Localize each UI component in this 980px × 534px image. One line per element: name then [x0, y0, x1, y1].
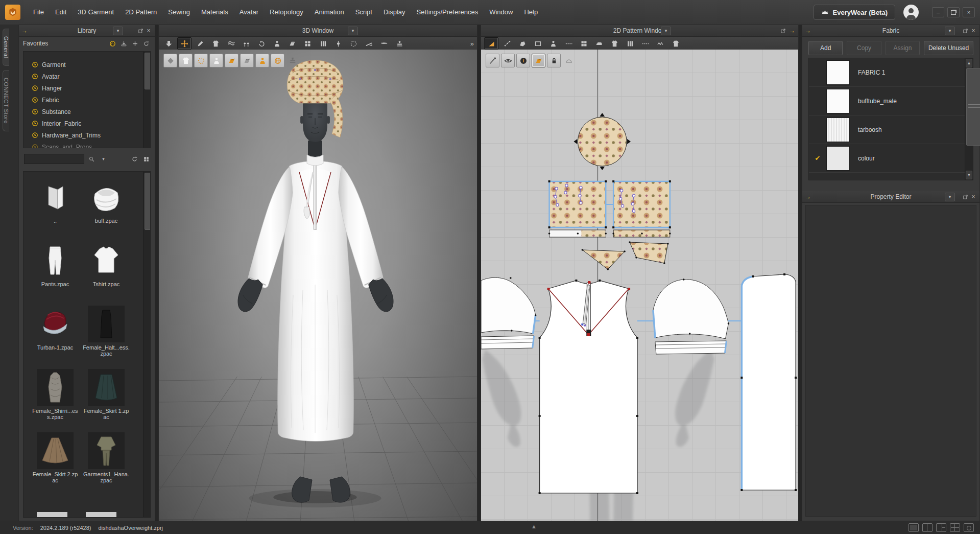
layout-side-pane-icon[interactable]: [936, 523, 946, 532]
create-polygon-tool[interactable]: [516, 38, 529, 49]
library-item-female-shirred-dress[interactable]: Female_Shirri...ess.zpac: [30, 369, 81, 432]
library-item-parent-folder[interactable]: ..: [30, 179, 81, 242]
library-item-female-halter-dress[interactable]: Female_Halt...ess.zpac: [81, 306, 132, 369]
pattern-piece-sleeve-right[interactable]: [653, 278, 729, 354]
raise-panel-icon[interactable]: ▲: [531, 523, 537, 529]
library-item-garments1-hana[interactable]: Garments1_Hana.zpac: [81, 432, 132, 496]
favorite-item-hanger[interactable]: Hanger: [23, 82, 150, 94]
steam-tool[interactable]: [224, 38, 237, 49]
2d-popout-icon[interactable]: [779, 27, 787, 35]
scroll-up-icon[interactable]: ▲: [966, 59, 972, 67]
show-fabric-toggle-2d[interactable]: [532, 54, 545, 67]
assign-fabric-button[interactable]: Assign: [886, 41, 920, 55]
focus-tool[interactable]: [347, 38, 360, 49]
add-fabric-button[interactable]: Add: [808, 41, 843, 55]
tab-connect-store[interactable]: CONNECT Store: [3, 70, 9, 131]
pattern-on-avatar-tool[interactable]: [546, 38, 560, 49]
favorite-item-fabric[interactable]: Fabric: [23, 94, 150, 106]
favorite-item-avatar[interactable]: Avatar: [23, 71, 150, 82]
quilt-grid-tool-2d[interactable]: [577, 38, 590, 49]
pattern-piece-quad[interactable]: [629, 241, 668, 264]
pattern-piece-strip-right[interactable]: [612, 230, 671, 237]
favorites-scrollbar[interactable]: [143, 52, 150, 148]
2d-window-dropdown[interactable]: ▾: [661, 27, 671, 35]
delete-unused-button[interactable]: Delete Unused: [924, 41, 973, 55]
download-icon[interactable]: [119, 39, 128, 48]
menu-2d-pattern[interactable]: 2D Pattern: [119, 0, 162, 25]
library-dropdown[interactable]: ▾: [113, 27, 123, 35]
library-item-turban[interactable]: Turban-1.zpac: [30, 306, 81, 369]
toolbar-overflow-icon[interactable]: »: [470, 40, 474, 48]
pleats-tool[interactable]: [316, 38, 329, 49]
stamp-tool[interactable]: [393, 38, 406, 49]
menu-edit[interactable]: Edit: [50, 0, 72, 25]
favorite-item-substance[interactable]: Substance: [23, 106, 150, 118]
quilt-grid-tool[interactable]: [301, 38, 314, 49]
fabric-dock-arrow-icon[interactable]: →: [804, 27, 812, 35]
show-avatar-toggle[interactable]: [209, 54, 223, 67]
transform-pattern-tool[interactable]: [484, 37, 498, 50]
menu-animation[interactable]: Animation: [309, 0, 350, 25]
garment-tool[interactable]: [209, 38, 222, 49]
close-button[interactable]: ×: [963, 7, 975, 17]
property-editor-dropdown[interactable]: ▾: [945, 193, 955, 201]
layers-tool[interactable]: [362, 38, 375, 49]
show-garment-toggle-3d[interactable]: [179, 54, 193, 67]
pattern-piece-back-body[interactable]: [740, 273, 797, 491]
view-mode-icon[interactable]: [142, 155, 151, 164]
pattern-piece-triangle[interactable]: [582, 249, 626, 270]
library-item-female-skirt-1[interactable]: Female_Skirt 1.zpac: [81, 369, 132, 432]
search-filter-dropdown-icon[interactable]: ▾: [99, 155, 108, 164]
favorite-item-scans-and-props[interactable]: Scans_and_Props: [23, 141, 150, 148]
sew-tool[interactable]: [194, 38, 207, 49]
layout-single-icon[interactable]: [909, 523, 919, 532]
menu-materials[interactable]: Materials: [196, 0, 234, 25]
pattern-piece-front-body[interactable]: [539, 280, 638, 494]
library-popout-icon[interactable]: [136, 27, 145, 35]
pin-tool[interactable]: [331, 38, 345, 49]
menu-sewing[interactable]: Sewing: [162, 0, 196, 25]
show-fabric-toggle-orange[interactable]: [225, 54, 238, 67]
rotate-tool[interactable]: [255, 38, 268, 49]
fabric-row-tarboosh[interactable]: tarboosh: [809, 115, 973, 144]
lock-pattern-toggle[interactable]: [547, 54, 561, 67]
pattern-piece-strip-left[interactable]: [548, 230, 607, 237]
show-garment-tool[interactable]: [608, 38, 621, 49]
edit-measure-tool[interactable]: [562, 38, 575, 49]
menu-settings-preferences[interactable]: Settings/Preferences: [411, 0, 484, 25]
library-item-buff[interactable]: buff.zpac: [81, 179, 132, 242]
measure-tool-3d[interactable]: [377, 38, 391, 49]
edit-pattern-tool[interactable]: [500, 38, 514, 49]
pattern-info-toggle[interactable]: [516, 54, 530, 67]
menu-file[interactable]: File: [28, 0, 50, 25]
fabric-close-icon[interactable]: ×: [969, 27, 977, 35]
3d-window-dropdown[interactable]: ▾: [348, 27, 358, 35]
iron-tool[interactable]: [592, 38, 606, 49]
layout-quad-icon[interactable]: [950, 523, 960, 532]
select-move-tool[interactable]: [177, 37, 192, 50]
menu-retopology[interactable]: Retopology: [264, 0, 309, 25]
search-input[interactable]: [24, 154, 84, 164]
pattern-piece-circle[interactable]: [573, 113, 631, 170]
property-editor-popout-icon[interactable]: [961, 193, 969, 201]
render-quality-toggle[interactable]: [163, 54, 177, 67]
fabric-popout-icon[interactable]: [961, 27, 969, 35]
menu-help[interactable]: Help: [518, 0, 543, 25]
library-item-female-skirt-2[interactable]: Female_Skirt 2.zpac: [30, 432, 81, 496]
flatten-tool[interactable]: [285, 38, 299, 49]
fabric-row-bufftube-male[interactable]: bufftube_male: [809, 87, 973, 115]
minimize-button[interactable]: –: [932, 7, 944, 17]
layout-two-pane-icon[interactable]: [922, 523, 933, 532]
property-editor-dock-arrow-icon[interactable]: →: [804, 193, 812, 201]
search-icon[interactable]: [87, 155, 96, 164]
app-logo-icon[interactable]: [5, 5, 20, 20]
library-close-icon[interactable]: ×: [145, 27, 153, 35]
show-environment-toggle[interactable]: [271, 54, 284, 67]
favorite-item-interior-fabric[interactable]: Interior_Fabric: [23, 118, 150, 129]
show-sewing-toggle-3d[interactable]: [194, 54, 208, 67]
reload-library-icon[interactable]: [130, 155, 139, 164]
menu-avatar[interactable]: Avatar: [234, 0, 264, 25]
fabric-row-colour[interactable]: ✔ colour: [809, 144, 973, 173]
3d-viewport[interactable]: [159, 50, 477, 521]
user-account-avatar[interactable]: [903, 5, 919, 20]
